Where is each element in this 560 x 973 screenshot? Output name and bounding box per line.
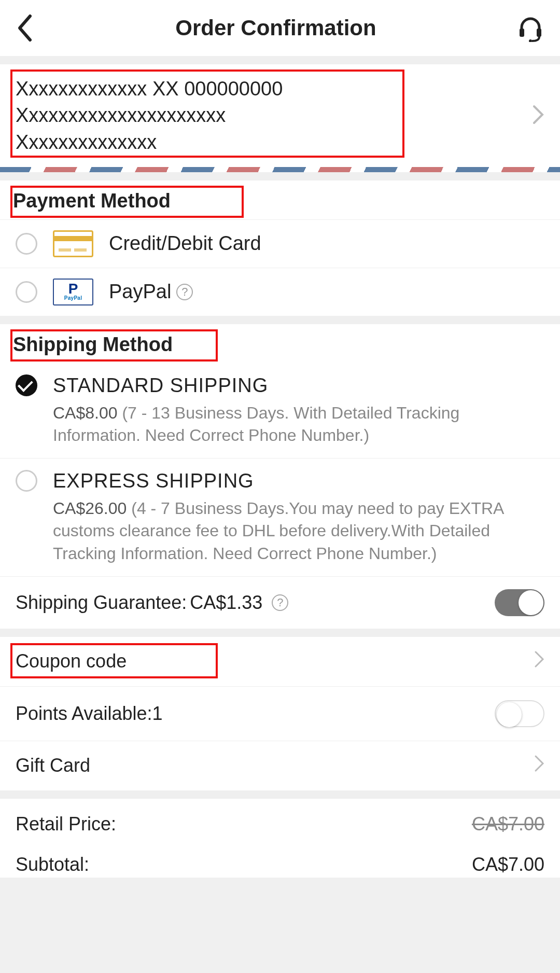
radio-unchecked-icon[interactable]	[16, 233, 37, 255]
paypal-icon: PPayPal	[53, 279, 93, 305]
shipping-heading: Shipping Method	[0, 324, 560, 363]
shipping-desc: CA$8.00 (7 - 13 Business Days. With Deta…	[53, 402, 544, 447]
payment-option-card[interactable]: Credit/Debit Card	[0, 219, 560, 268]
chevron-right-icon	[534, 650, 544, 673]
chevron-right-icon	[534, 755, 544, 777]
header: Order Confirmation	[0, 0, 560, 56]
retail-price-row: Retail Price: CA$7.00	[16, 804, 544, 844]
help-icon[interactable]: ?	[272, 594, 288, 611]
points-row: Points Available: 1	[0, 687, 560, 741]
guarantee-price: CA$1.33	[190, 592, 262, 614]
totals-section: Retail Price: CA$7.00 Subtotal: CA$7.00	[0, 799, 560, 878]
payment-option-paypal[interactable]: PPayPal PayPal ?	[0, 268, 560, 316]
svg-rect-1	[537, 29, 541, 37]
points-toggle[interactable]	[495, 700, 544, 727]
svg-point-2	[529, 39, 532, 42]
address-line: Xxxxxxxxxxxxxxxxxxxxx	[16, 102, 283, 129]
shipping-address-card[interactable]: Xxxxxxxxxxxxx XX 000000000 Xxxxxxxxxxxxx…	[0, 64, 560, 167]
help-icon[interactable]: ?	[176, 284, 193, 300]
subtotal-value: CA$7.00	[472, 854, 544, 875]
address-text: Xxxxxxxxxxxxx XX 000000000 Xxxxxxxxxxxxx…	[16, 76, 283, 156]
guarantee-label: Shipping Guarantee:	[16, 592, 187, 614]
coupon-label: Coupon code	[16, 650, 127, 672]
back-icon[interactable]	[16, 13, 35, 43]
payment-label: Credit/Debit Card	[109, 232, 261, 255]
shipping-title: STANDARD SHIPPING	[53, 374, 544, 397]
page-title: Order Confirmation	[175, 16, 376, 40]
chevron-right-icon	[532, 104, 544, 127]
giftcard-label: Gift Card	[16, 755, 90, 776]
shipping-desc: CA$26.00 (4 - 7 Business Days.You may ne…	[53, 497, 544, 565]
address-line: Xxxxxxxxxxxxxx	[16, 129, 283, 156]
points-label: Points Available:	[16, 703, 152, 725]
shipping-option-express[interactable]: EXPRESS SHIPPING CA$26.00 (4 - 7 Busines…	[0, 458, 560, 577]
payment-section: Payment Method Credit/Debit Card PPayPal…	[0, 180, 560, 316]
points-value: 1	[152, 703, 163, 725]
radio-checked-icon[interactable]	[16, 374, 37, 396]
airmail-stripe	[0, 167, 560, 172]
retail-label: Retail Price:	[16, 813, 116, 835]
radio-unchecked-icon[interactable]	[16, 281, 37, 303]
coupon-row[interactable]: Coupon code	[0, 637, 560, 687]
subtotal-label: Subtotal:	[16, 854, 89, 875]
retail-value: CA$7.00	[472, 813, 544, 835]
shipping-guarantee-row: Shipping Guarantee: CA$1.33 ?	[0, 577, 560, 629]
shipping-section: Shipping Method STANDARD SHIPPING CA$8.0…	[0, 324, 560, 629]
payment-label: PayPal	[109, 281, 171, 303]
headset-icon[interactable]	[516, 14, 544, 42]
shipping-title: EXPRESS SHIPPING	[53, 470, 544, 492]
guarantee-toggle[interactable]	[495, 589, 544, 616]
shipping-option-standard[interactable]: STANDARD SHIPPING CA$8.00 (7 - 13 Busine…	[0, 363, 560, 458]
address-line: Xxxxxxxxxxxxx XX 000000000	[16, 76, 283, 102]
discounts-section: Coupon code Points Available: 1 Gift Car…	[0, 637, 560, 790]
payment-heading: Payment Method	[0, 180, 560, 219]
giftcard-row[interactable]: Gift Card	[0, 741, 560, 790]
svg-rect-0	[520, 29, 524, 37]
subtotal-row: Subtotal: CA$7.00	[16, 844, 544, 878]
credit-card-icon	[53, 230, 93, 257]
radio-unchecked-icon[interactable]	[16, 470, 37, 492]
